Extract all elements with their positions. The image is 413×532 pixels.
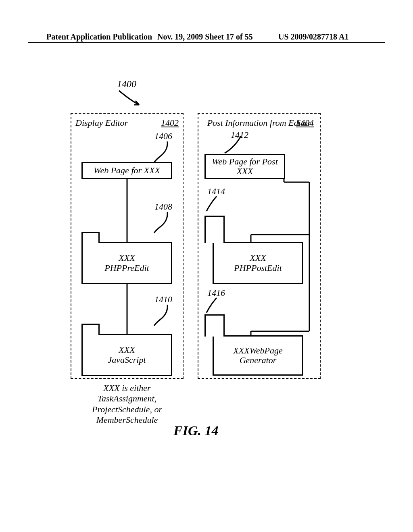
comp-1416-line1: XXXWebPage: [233, 346, 283, 355]
component-web-page-post: Web Page for Post XXX: [204, 154, 285, 179]
comp-1408-line2: PHPPreEdit: [104, 263, 149, 273]
arrow-1400: [117, 89, 145, 108]
component-phppreedit: XXX PHPPreEdit: [81, 242, 172, 284]
callout-curve-1414: [204, 195, 225, 215]
display-editor-title-row: Display Editor 1402: [75, 118, 179, 128]
comp-1412-line1: Web Page for Post: [212, 157, 278, 166]
display-editor-title: Display Editor: [75, 118, 128, 128]
callout-curve-1416: [204, 297, 225, 317]
component-javascript: XXX JavaScript: [81, 334, 172, 376]
display-editor-group: Display Editor 1402 1406 Web Page for XX…: [71, 113, 184, 379]
connector-left-1: [127, 179, 128, 242]
component-phppostedit: XXX PHPPostEdit: [213, 242, 303, 284]
header-divider: [28, 42, 385, 43]
comp-1410-line2: JavaScript: [108, 355, 146, 365]
comp-1406-text: Web Page for XXX: [94, 166, 160, 175]
tab-1414: [204, 216, 225, 243]
header-mid: Nov. 19, 2009 Sheet 17 of 55: [157, 32, 253, 42]
footnote-line2: TaskAssignment,: [69, 393, 186, 404]
tab-1410: [81, 324, 100, 335]
connector-left-2: [127, 284, 128, 334]
comp-1414-line2: PHPPostEdit: [234, 263, 282, 273]
header-right: US 2009/0287718 A1: [278, 32, 348, 42]
comp-1408-line1: XXX: [119, 253, 135, 263]
callout-curve-1410: [152, 303, 176, 328]
callout-curve-1406: [152, 140, 176, 164]
footnote: XXX is either TaskAssignment, ProjectSch…: [69, 383, 186, 426]
component-web-page-xxx: Web Page for XXX: [81, 162, 172, 179]
footnote-line3: ProjectSchedule, or: [69, 404, 186, 415]
comp-1410-line1: XXX: [119, 345, 135, 355]
tab-1408: [81, 232, 100, 243]
comp-1412-line2: XXX: [237, 166, 253, 176]
tab-1416: [204, 314, 225, 337]
comp-1416-line2: Generator: [240, 355, 277, 365]
diagram: 1400 Display Editor 1402 1406 Web Page f…: [71, 79, 353, 421]
post-info-title: Post Information from Editor: [207, 118, 311, 128]
comp-1414-line1: XXX: [250, 253, 266, 263]
ref-1400-text: 1400: [117, 79, 136, 89]
callout-curve-1408: [152, 211, 176, 235]
header-left: Patent Application Publication: [46, 32, 152, 42]
ref-1402: 1402: [161, 118, 179, 128]
ref-1404: 1404: [296, 118, 314, 128]
component-webpagegenerator: XXXWebPage Generator: [213, 335, 303, 376]
figure-label: FIG. 14: [173, 423, 218, 438]
footnote-line1: XXX is either: [69, 383, 186, 393]
post-info-group: Post Information from Editor 1404 1412 W…: [198, 113, 321, 379]
footnote-line4: MemberSchedule: [69, 415, 186, 425]
post-info-title-row: Post Information from Editor 1404 1412: [198, 118, 320, 128]
ref-1400: 1400: [117, 79, 136, 89]
